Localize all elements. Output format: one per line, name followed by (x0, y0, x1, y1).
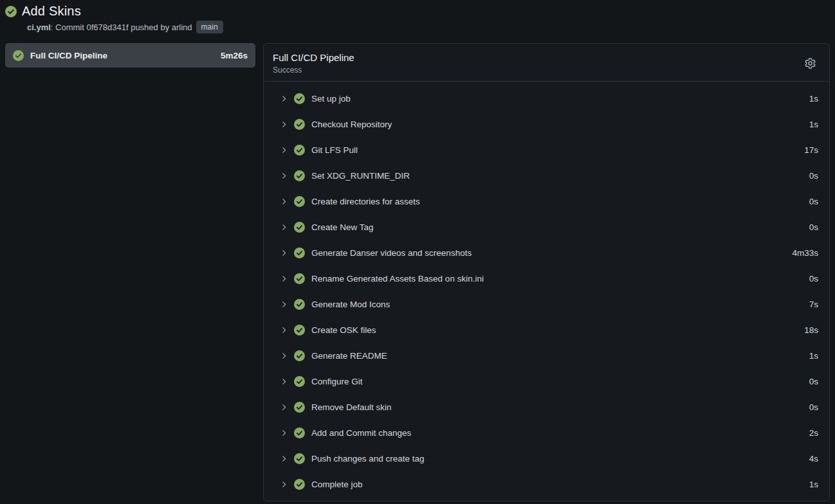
chevron-right-icon (280, 224, 288, 231)
check-circle-icon (294, 93, 305, 104)
check-circle-icon (294, 273, 305, 284)
step-row[interactable]: Complete job 1s (264, 471, 829, 497)
run-header: Add Skins ci.yml: Commit 0f678d341f push… (5, 4, 830, 33)
job-panel-titles: Full CI/CD Pipeline Success (273, 52, 354, 75)
step-name: Checkout Repository (311, 120, 803, 129)
chevron-right-icon (280, 198, 288, 205)
chevron-right-icon (280, 481, 288, 488)
step-name: Create OSK files (311, 325, 798, 335)
step-row[interactable]: Git LFS Pull 17s (264, 137, 829, 163)
step-duration: 1s (809, 480, 818, 489)
steps-list: Set up job 1s (264, 82, 829, 501)
chevron-right-icon (280, 301, 288, 308)
check-circle-icon (5, 6, 17, 17)
commit-info: : Commit 0f678d341f pushed by arlind (51, 22, 192, 32)
sidebar-job-item[interactable]: Full CI/CD Pipeline 5m26s (5, 43, 255, 68)
step-duration: 0s (809, 197, 818, 206)
step-row[interactable]: Remove Default skin 0s (264, 394, 829, 420)
check-circle-icon (294, 119, 305, 130)
step-duration: 18s (804, 325, 818, 335)
check-circle-icon (294, 325, 305, 336)
check-circle-icon (294, 350, 305, 361)
check-circle-icon (294, 145, 305, 156)
check-circle-icon (294, 479, 305, 490)
step-row[interactable]: Create New Tag 0s (264, 214, 829, 240)
check-circle-icon (13, 50, 24, 61)
job-title: Full CI/CD Pipeline (273, 52, 354, 63)
check-circle-icon (294, 376, 305, 387)
check-circle-icon (294, 402, 305, 413)
chevron-right-icon (280, 172, 288, 179)
step-name: Remove Default skin (311, 402, 803, 412)
step-name: Push changes and create tag (311, 454, 803, 464)
check-circle-icon (294, 196, 305, 207)
step-row[interactable]: Checkout Repository 1s (264, 111, 829, 137)
actions-run-page: Add Skins ci.yml: Commit 0f678d341f push… (0, 0, 835, 501)
step-name: Create directories for assets (311, 197, 803, 206)
step-row[interactable]: Rename Generated Assets Based on skin.in… (264, 266, 829, 291)
step-name: Generate Danser videos and screenshots (311, 248, 785, 258)
step-duration: 0s (809, 171, 818, 181)
chevron-right-icon (280, 455, 288, 462)
chevron-right-icon (280, 327, 288, 334)
step-name: Configure Git (311, 377, 803, 386)
chevron-right-icon (280, 429, 288, 437)
step-duration: 1s (809, 351, 818, 361)
run-content: Full CI/CD Pipeline 5m26s Full CI/CD Pip… (5, 43, 830, 501)
step-name: Rename Generated Assets Based on skin.in… (311, 274, 803, 284)
job-panel-header: Full CI/CD Pipeline Success (264, 44, 829, 82)
job-name: Full CI/CD Pipeline (30, 51, 214, 60)
step-duration: 4s (809, 454, 818, 464)
chevron-right-icon (280, 378, 288, 385)
step-duration: 7s (809, 300, 818, 309)
run-subtitle: ci.yml: Commit 0f678d341f pushed by arli… (27, 21, 830, 33)
step-duration: 0s (809, 402, 818, 412)
job-detail-panel: Full CI/CD Pipeline Success (263, 43, 830, 501)
step-duration: 1s (809, 120, 818, 129)
step-name: Add and Commit changes (311, 428, 803, 438)
step-row[interactable]: Add and Commit changes 2s (264, 420, 829, 446)
step-name: Set XDG_RUNTIME_DIR (311, 171, 803, 181)
step-row[interactable]: Set up job 1s (264, 86, 829, 111)
job-status-text: Success (273, 66, 354, 75)
check-circle-icon (294, 453, 305, 464)
step-row[interactable]: Generate Danser videos and screenshots 4… (264, 240, 829, 266)
branch-badge[interactable]: main (196, 21, 223, 33)
run-title-row: Add Skins (5, 4, 830, 19)
step-row[interactable]: Configure Git 0s (264, 368, 829, 394)
step-name: Generate README (311, 351, 803, 361)
step-duration: 0s (809, 377, 818, 386)
step-row[interactable]: Generate Mod Icons 7s (264, 291, 829, 317)
step-name: Complete job (311, 480, 803, 489)
jobs-sidebar: Full CI/CD Pipeline 5m26s (5, 43, 255, 68)
chevron-right-icon (280, 352, 288, 359)
step-duration: 17s (804, 145, 818, 155)
chevron-right-icon (280, 249, 288, 256)
check-circle-icon (294, 299, 305, 310)
step-duration: 4m33s (792, 248, 818, 258)
step-name: Create New Tag (311, 222, 803, 232)
step-duration: 2s (809, 428, 818, 438)
step-row[interactable]: Push changes and create tag 4s (264, 446, 829, 471)
chevron-right-icon (280, 95, 288, 102)
step-row[interactable]: Set XDG_RUNTIME_DIR 0s (264, 163, 829, 188)
commit-message: ci.yml: Commit 0f678d341f pushed by arli… (27, 22, 192, 32)
step-duration: 1s (809, 94, 818, 104)
job-duration: 5m26s (221, 51, 248, 60)
step-duration: 0s (809, 274, 818, 284)
step-row[interactable]: Create directories for assets 0s (264, 188, 829, 214)
check-circle-icon (294, 428, 305, 438)
step-row[interactable]: Create OSK files 18s (264, 317, 829, 343)
step-duration: 0s (809, 222, 818, 232)
step-name: Generate Mod Icons (311, 300, 803, 309)
gear-icon[interactable] (803, 56, 818, 71)
chevron-right-icon (280, 275, 288, 282)
workflow-file-name: ci.yml (27, 22, 51, 32)
chevron-right-icon (280, 147, 288, 154)
chevron-right-icon (280, 121, 288, 128)
check-circle-icon (294, 248, 305, 258)
check-circle-icon (294, 170, 305, 181)
chevron-right-icon (280, 404, 288, 411)
step-row[interactable]: Generate README 1s (264, 343, 829, 368)
run-title: Add Skins (22, 4, 81, 19)
